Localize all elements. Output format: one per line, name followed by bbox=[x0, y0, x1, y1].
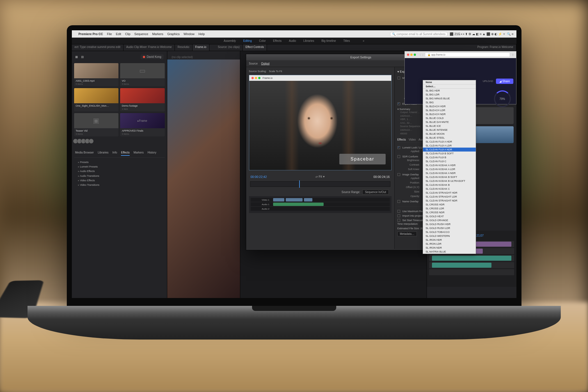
lut-option[interactable]: SL IRON LDR bbox=[423, 242, 476, 246]
minimize-icon[interactable] bbox=[255, 77, 257, 79]
lut-option[interactable]: SL BLUE MOON bbox=[423, 132, 476, 136]
menu-markers[interactable]: Markers bbox=[152, 32, 163, 36]
tab-frameio[interactable]: Frame.io bbox=[193, 44, 209, 51]
lut-option[interactable]: SL CLEAN KODAK A HDR bbox=[423, 163, 476, 167]
ws-bigtimeline[interactable]: Big timeline bbox=[321, 39, 336, 42]
lut-option[interactable]: SL IRON HDR bbox=[423, 238, 476, 242]
max-render-check[interactable] bbox=[397, 210, 400, 213]
ws-assembly[interactable]: Assembly bbox=[224, 39, 236, 42]
menu-help[interactable]: Help bbox=[198, 32, 205, 36]
source-range-select[interactable]: Sequence In/Out bbox=[362, 190, 388, 194]
lut-option[interactable]: SL BIG LDR bbox=[423, 93, 476, 97]
lut-none[interactable]: None bbox=[423, 80, 476, 84]
tree-lumetri[interactable]: Lumetri Presets bbox=[74, 164, 165, 169]
tab-history[interactable]: History bbox=[148, 151, 156, 156]
lut-option[interactable]: SL BLUE COLD bbox=[423, 116, 476, 120]
lut-option[interactable]: SL CROSS LDR bbox=[423, 207, 476, 210]
lut-option[interactable]: SL BLUE DAY4NITE bbox=[423, 120, 476, 124]
sett-tab-video[interactable]: Video bbox=[409, 138, 416, 141]
close-icon[interactable] bbox=[407, 54, 409, 56]
ws-audio[interactable]: Audio bbox=[289, 39, 296, 42]
lut-option[interactable]: SL GOLD HEAT bbox=[423, 214, 476, 218]
tab-markers[interactable]: Markers bbox=[134, 151, 144, 156]
lut-option[interactable]: SL BIG bbox=[423, 100, 476, 104]
audio-track[interactable] bbox=[429, 255, 514, 261]
tab-source[interactable]: Source: (no clips) bbox=[215, 44, 243, 51]
tab-program[interactable]: Program: Frame.io Welcome bbox=[475, 44, 516, 51]
lut-option[interactable]: SL CLEAN FUJI C bbox=[423, 159, 476, 163]
tree-video-trans[interactable]: Video Transitions bbox=[74, 183, 165, 187]
media-item[interactable]: ▣ Teaser Vid3 items bbox=[74, 113, 119, 136]
lut-option[interactable]: SL IRON NDR bbox=[423, 246, 476, 250]
lut-option[interactable]: SL BIG MINUS BLUE bbox=[423, 97, 476, 100]
lut-option[interactable]: SL CLEAN STRAIGHT NDR bbox=[423, 199, 476, 203]
lut-option[interactable]: SL CLEAN FUJI A LDR bbox=[423, 144, 476, 148]
lut-option[interactable]: SL GOLD RUSH HDR bbox=[423, 222, 476, 226]
media-item[interactable]: ▸Frame APPROVED Finals3 items bbox=[120, 113, 165, 136]
chevron-right-icon[interactable]: » bbox=[363, 39, 364, 42]
tree-video-fx[interactable]: Video Effects bbox=[74, 178, 165, 183]
lut-option[interactable]: SL CLEAN FUJI B SOFT bbox=[423, 152, 476, 155]
lut-option[interactable]: SL CLEAN KODAK A LDR bbox=[423, 167, 476, 171]
start-tc-check[interactable] bbox=[397, 219, 400, 222]
metadata-button[interactable]: Metadata… bbox=[397, 231, 417, 236]
sdr-check[interactable] bbox=[397, 155, 400, 158]
spotlight-search[interactable]: 🔍 compose email to all Summit attendees bbox=[390, 32, 448, 36]
menu-window[interactable]: Window bbox=[184, 32, 195, 36]
fwd-icon[interactable]: › bbox=[422, 53, 423, 56]
lut-option[interactable]: SL CLEAN FUJI B bbox=[423, 155, 476, 159]
timecode-in[interactable]: 00:00:22;42 bbox=[251, 175, 267, 178]
menu-clip[interactable]: Clip bbox=[125, 32, 131, 36]
maximize-icon[interactable] bbox=[414, 54, 416, 56]
menu-sequence[interactable]: Sequence bbox=[134, 32, 148, 36]
tab-resolutio[interactable]: Resolutio bbox=[175, 44, 193, 51]
lut-option[interactable]: SL CLEAN STRAIGHT HDR bbox=[423, 191, 476, 195]
lut-option[interactable]: SL GOLD ORANGE bbox=[423, 218, 476, 222]
url-bar[interactable]: 🔒 app.frame.io bbox=[425, 52, 510, 57]
tab-libraries[interactable]: Libraries bbox=[98, 151, 108, 156]
ws-effects[interactable]: Effects bbox=[273, 39, 282, 42]
import-proj-check[interactable] bbox=[397, 214, 400, 217]
scale-select[interactable]: Scale To Fit bbox=[269, 70, 282, 73]
lut-dropdown[interactable]: None Select… SL BIG HDRSL BIG LDRSL BIG … bbox=[423, 80, 476, 254]
lumetri-check[interactable] bbox=[397, 146, 400, 149]
lut-option[interactable]: SL MATRIX BLUE bbox=[423, 250, 476, 254]
export-video-check[interactable] bbox=[397, 102, 400, 105]
scrubber[interactable] bbox=[250, 181, 390, 187]
lut-option[interactable]: SL CLEAN KODAK C bbox=[423, 187, 476, 191]
menu-edit[interactable]: Edit bbox=[116, 32, 121, 36]
user-chip[interactable]: David Kong bbox=[141, 54, 164, 59]
lut-option[interactable]: SL BLUE STEEL bbox=[423, 136, 476, 140]
back-icon[interactable]: ‹ bbox=[420, 53, 421, 56]
tree-audio-trans[interactable]: Audio Transitions bbox=[74, 174, 165, 178]
sett-tab-effects[interactable]: Effects bbox=[397, 138, 406, 141]
media-item[interactable]: ▭ VO3 items bbox=[120, 63, 165, 86]
ws-color[interactable]: Color bbox=[259, 39, 266, 42]
tree-presets[interactable]: Presets bbox=[74, 160, 165, 164]
avatar[interactable] bbox=[89, 139, 94, 144]
ws-libraries[interactable]: Libraries bbox=[303, 39, 314, 42]
lut-option[interactable]: SL CLEAN KODAK B bbox=[423, 183, 476, 187]
ws-titles[interactable]: Titles bbox=[343, 39, 350, 42]
fit-icon[interactable]: ▱ Fit ▾ bbox=[315, 175, 324, 178]
tab-project[interactable]: ect: Type creative summit promo edit bbox=[72, 44, 123, 51]
audio-track[interactable] bbox=[429, 269, 514, 275]
lut-option[interactable]: SL MATRIX GREEN bbox=[423, 254, 476, 254]
overlay-check[interactable] bbox=[397, 173, 400, 176]
name-overlay-check[interactable] bbox=[397, 200, 400, 203]
lut-option[interactable]: SL CLEAN KODAK B ULTRASOFT bbox=[423, 179, 476, 183]
lut-option[interactable]: SL GOLD TOBACCO bbox=[423, 230, 476, 234]
lut-option[interactable]: SL CLEAN FUJI A NDR bbox=[423, 148, 476, 152]
menubar-icons[interactable]: ⬛ 21G ▪ ▪ ⬆ ⚙ ☁ ◧ ≡ ▲ ⬛ ⊕ ◐ ⚡ ᯤ 🔍 ≡ bbox=[450, 32, 513, 36]
tab-effects[interactable]: Effects bbox=[121, 151, 129, 156]
lut-option[interactable]: SL CROSS HDR bbox=[423, 203, 476, 207]
close-icon[interactable] bbox=[251, 77, 254, 79]
lut-option[interactable]: SL BLEACH LDR bbox=[423, 108, 476, 112]
tree-audio-fx[interactable]: Audio Effects bbox=[74, 169, 165, 173]
export-tab-output[interactable]: Output bbox=[261, 62, 269, 65]
lut-option[interactable]: SL CLEAN STRAIGHT LDR bbox=[423, 195, 476, 199]
minimize-icon[interactable] bbox=[410, 54, 413, 56]
match-seq-checkbox[interactable] bbox=[397, 77, 400, 79]
media-item[interactable]: Demo footage1 item bbox=[120, 88, 165, 111]
media-item[interactable]: A001_C003.mp45 items bbox=[74, 63, 119, 86]
